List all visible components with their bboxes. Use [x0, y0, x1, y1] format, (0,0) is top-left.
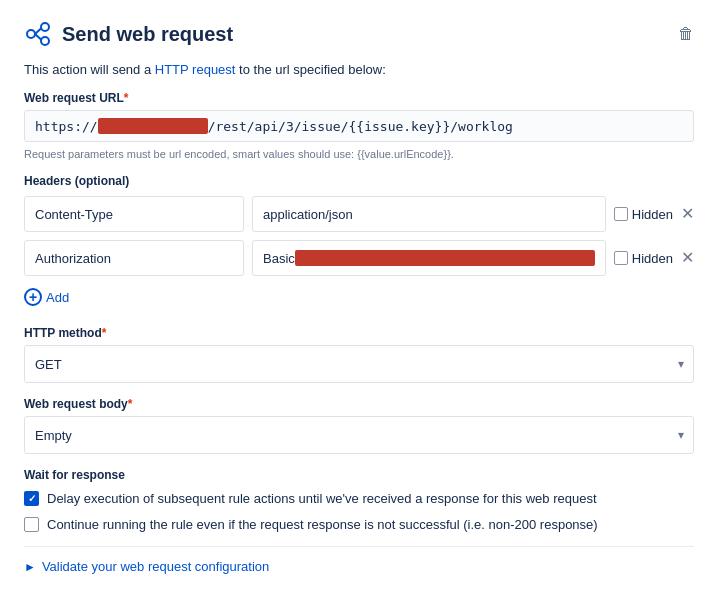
hidden-label-1: Hidden [632, 207, 673, 222]
http-request-link[interactable]: HTTP request [155, 62, 236, 77]
wait-checkbox-row-1: Delay execution of subsequent rule actio… [24, 490, 694, 508]
headers-section: Headers (optional) Hidden ✕ Basic Hidden… [24, 174, 694, 310]
header-row-1: Hidden ✕ [24, 196, 694, 232]
chevron-right-icon: ► [24, 560, 36, 574]
svg-line-3 [35, 29, 41, 35]
basic-prefix: Basic [263, 251, 295, 266]
info-prefix: This action will send a [24, 62, 155, 77]
validate-label: Validate your web request configuration [42, 559, 269, 574]
body-select-wrapper: Empty JSON Form data Custom ▾ [24, 416, 694, 454]
url-section: Web request URL* https:// /rest/api/3/is… [24, 91, 694, 160]
url-prefix: https:// [35, 119, 98, 134]
url-suffix: /rest/api/3/issue/{{issue.key}}/worklog [208, 119, 513, 134]
hidden-group-2: Hidden [614, 251, 673, 266]
body-select[interactable]: Empty JSON Form data Custom [24, 416, 694, 454]
remove-btn-1[interactable]: ✕ [681, 206, 694, 222]
web-request-body-section: Web request body* Empty JSON Form data C… [24, 397, 694, 454]
http-method-label: HTTP method* [24, 326, 694, 340]
hidden-label-2: Hidden [632, 251, 673, 266]
svg-line-4 [35, 34, 41, 40]
divider [24, 546, 694, 547]
webhook-icon [24, 20, 52, 48]
continue-checkbox[interactable] [24, 517, 39, 532]
header-row-2: Basic Hidden ✕ [24, 240, 694, 276]
add-label: Add [46, 290, 69, 305]
page-title: Send web request [62, 23, 668, 46]
http-method-section: HTTP method* GET POST PUT DELETE PATCH ▾ [24, 326, 694, 383]
header-value-1[interactable] [252, 196, 606, 232]
remove-btn-2[interactable]: ✕ [681, 250, 694, 266]
url-hint: Request parameters must be url encoded, … [24, 148, 694, 160]
header-key-1[interactable] [24, 196, 244, 232]
svg-point-0 [27, 30, 35, 38]
http-method-select-wrapper: GET POST PUT DELETE PATCH ▾ [24, 345, 694, 383]
hidden-checkbox-1[interactable] [614, 207, 628, 221]
wait-checkbox-row-2: Continue running the rule even if the re… [24, 516, 694, 534]
wait-title: Wait for response [24, 468, 694, 482]
info-text: This action will send a HTTP request to … [24, 62, 694, 77]
hidden-checkbox-2[interactable] [614, 251, 628, 265]
continue-text: Continue running the rule even if the re… [47, 516, 598, 534]
hidden-group-1: Hidden [614, 207, 673, 222]
wait-for-response-section: Wait for response Delay execution of sub… [24, 468, 694, 534]
header-key-2[interactable] [24, 240, 244, 276]
trash-icon[interactable]: 🗑 [678, 25, 694, 43]
url-redacted-block [98, 118, 208, 134]
svg-point-2 [41, 37, 49, 45]
delay-checkbox[interactable] [24, 491, 39, 506]
plus-circle-icon: + [24, 288, 42, 306]
value-redacted-block [295, 250, 595, 266]
http-method-select[interactable]: GET POST PUT DELETE PATCH [24, 345, 694, 383]
body-label: Web request body* [24, 397, 694, 411]
headers-label: Headers (optional) [24, 174, 694, 188]
validate-row[interactable]: ► Validate your web request configuratio… [24, 559, 694, 574]
add-header-button[interactable]: + Add [24, 284, 69, 310]
header-value-2[interactable]: Basic [252, 240, 606, 276]
delay-text: Delay execution of subsequent rule actio… [47, 490, 597, 508]
svg-point-1 [41, 23, 49, 31]
url-input[interactable]: https:// /rest/api/3/issue/{{issue.key}}… [24, 110, 694, 142]
page-header: Send web request 🗑 [24, 20, 694, 48]
url-label: Web request URL* [24, 91, 694, 105]
info-suffix: to the url specified below: [239, 62, 386, 77]
